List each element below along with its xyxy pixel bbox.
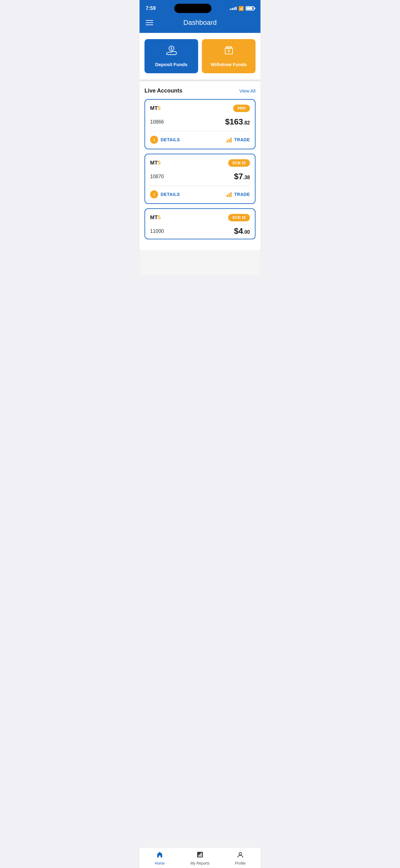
card-middle: 10870 $7.38 — [150, 172, 250, 181]
trade-button[interactable]: TRADE — [227, 137, 250, 143]
card-divider — [150, 186, 250, 186]
card-middle: 10866 $163.82 — [150, 117, 250, 127]
account-type-highlight: 5 — [158, 215, 161, 220]
action-buttons: $ Deposit Funds $ Withdraw Funds — [139, 33, 261, 80]
trade-label: TRADE — [234, 192, 250, 197]
header: Dashboard — [139, 16, 261, 33]
trade-label: TRADE — [234, 137, 250, 142]
signal-icon — [230, 7, 237, 10]
account-type: MT5 — [150, 160, 161, 166]
card-top: MT5 ECN 15 — [150, 214, 250, 221]
chart-icon — [227, 191, 232, 197]
trade-button[interactable]: TRADE — [227, 191, 250, 197]
details-label: DETAILS — [161, 192, 180, 197]
view-all-link[interactable]: View All — [239, 88, 256, 93]
account-badge: ECN 15 — [228, 159, 250, 167]
page-title: Dashboard — [183, 19, 217, 27]
accounts-section: Live Accounts View All MT5 PRO 10866 $16… — [139, 81, 261, 250]
withdraw-funds-button[interactable]: $ Withdraw Funds — [202, 39, 256, 73]
account-type: MT5 — [150, 215, 161, 221]
details-label: DETAILS — [161, 137, 180, 142]
menu-icon[interactable] — [146, 20, 153, 25]
account-badge: ECN 15 — [228, 214, 250, 221]
account-number: 10866 — [150, 119, 164, 125]
phone-frame: 7:59 📶 Dashboard — [139, 0, 261, 275]
deposit-label: Deposit Funds — [155, 62, 187, 67]
section-title: Live Accounts — [144, 88, 182, 94]
deposit-funds-button[interactable]: $ Deposit Funds — [144, 39, 198, 73]
account-type: MT5 — [150, 105, 161, 112]
withdraw-icon: $ — [223, 45, 235, 59]
main-content: $ Deposit Funds $ Withdraw Funds — [139, 33, 261, 275]
svg-text:$: $ — [171, 47, 172, 50]
dynamic-island — [174, 4, 211, 13]
withdraw-label: Withdraw Funds — [210, 62, 247, 67]
account-card: MT5 ECN 15 10870 $7.38 i DETAILS — [144, 154, 256, 204]
card-actions: i DETAILS TRADE — [150, 136, 250, 144]
account-balance: $7.38 — [234, 172, 250, 181]
card-top: MT5 ECN 15 — [150, 159, 250, 167]
account-type-highlight: 5 — [158, 160, 161, 166]
section-header: Live Accounts View All — [144, 88, 256, 94]
account-card: MT5 ECN 15 11000 $4.00 — [144, 208, 256, 239]
account-number: 11000 — [150, 228, 164, 234]
info-icon: i — [150, 136, 158, 144]
status-time: 7:59 — [146, 6, 156, 11]
account-balance: $163.82 — [225, 117, 250, 127]
account-badge: PRO — [233, 104, 250, 112]
chart-icon — [227, 137, 232, 143]
details-button[interactable]: i DETAILS — [150, 136, 180, 144]
card-top: MT5 PRO — [150, 104, 250, 112]
status-bar: 7:59 📶 — [139, 0, 261, 16]
card-middle: 11000 $4.00 — [150, 226, 250, 236]
info-icon: i — [150, 190, 158, 198]
card-actions: i DETAILS TRADE — [150, 190, 250, 198]
details-button[interactable]: i DETAILS — [150, 190, 180, 198]
svg-text:$: $ — [228, 49, 229, 53]
account-card: MT5 PRO 10866 $163.82 i DETAILS — [144, 99, 256, 149]
account-balance: $4.00 — [234, 226, 250, 236]
battery-icon — [245, 6, 254, 10]
wifi-icon: 📶 — [238, 6, 244, 11]
deposit-icon: $ — [165, 45, 178, 59]
card-divider — [150, 131, 250, 131]
status-icons: 📶 — [230, 6, 254, 11]
account-type-highlight: 5 — [158, 105, 161, 111]
account-number: 10870 — [150, 174, 164, 180]
